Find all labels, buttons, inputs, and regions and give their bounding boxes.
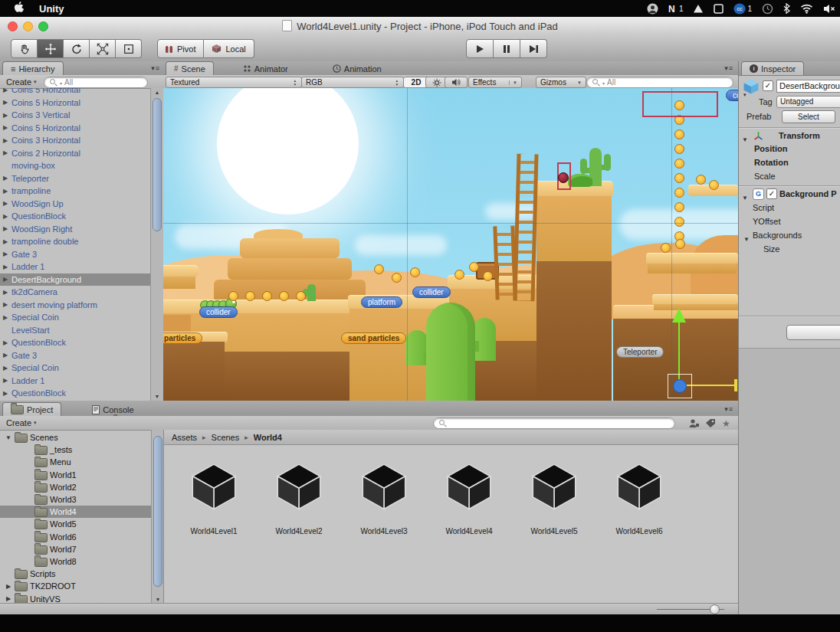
wifi-icon[interactable] xyxy=(800,3,813,14)
scroll-up-arrow[interactable]: ▲ xyxy=(151,90,163,95)
hierarchy-item[interactable]: ▶ trampoline double xyxy=(0,235,151,248)
scene-asset-item[interactable]: World4Level3 xyxy=(346,458,422,535)
hierarchy-tab[interactable]: Hierarchy xyxy=(2,61,64,75)
pivot-button[interactable]: Pivot xyxy=(157,39,204,58)
hierarchy-item[interactable]: ▶ desert moving platform xyxy=(0,299,151,312)
component-checkbox[interactable]: ✓ xyxy=(766,188,777,199)
expand-arrow-icon[interactable]: ▶ xyxy=(3,377,11,384)
hand-tool-button[interactable] xyxy=(11,39,38,58)
gizmo-origin-handle[interactable] xyxy=(673,379,687,393)
favorite-star-icon[interactable] xyxy=(722,416,730,430)
expand-arrow-icon[interactable]: ▶ xyxy=(3,289,11,296)
expand-arrow-icon[interactable]: ▶ xyxy=(3,175,11,182)
hierarchy-item[interactable]: ▶ QuestionBlock xyxy=(0,336,151,349)
expand-arrow-icon[interactable]: ▶ xyxy=(3,352,11,359)
console-tab[interactable]: Console xyxy=(84,403,141,416)
panel-menu-icon[interactable] xyxy=(724,64,733,72)
render-channels-dropdown[interactable]: RGB xyxy=(301,77,404,88)
breadcrumb-item[interactable]: Assets xyxy=(172,433,212,442)
scene-asset-item[interactable]: World4Level5 xyxy=(516,458,592,535)
expand-arrow-icon[interactable]: ▶ xyxy=(3,225,11,232)
expand-arrow-icon[interactable]: ▶ xyxy=(3,99,11,106)
project-create-button[interactable]: Create xyxy=(3,418,40,427)
scrollbar-thumb[interactable] xyxy=(153,98,162,231)
gizmos-dropdown[interactable]: Gizmos▼ xyxy=(536,77,586,88)
hierarchy-item[interactable]: ▶ Coins 3 Horizontal xyxy=(0,134,151,147)
bluetooth-icon[interactable] xyxy=(783,3,790,14)
gameobject-name-input[interactable]: DesertBackground xyxy=(776,80,840,93)
local-button[interactable]: Local xyxy=(204,39,254,58)
expand-arrow-icon[interactable]: ▶ xyxy=(3,188,11,195)
breadcrumb-item[interactable]: Scenes xyxy=(212,433,254,442)
creative-cloud-icon[interactable]: cc1 xyxy=(733,3,752,15)
hierarchy-item[interactable]: ▶ Special Coin xyxy=(0,311,151,324)
project-tree-item[interactable]: ▼ Scenes xyxy=(0,431,151,444)
project-tree-item[interactable]: ▶ TK2DROOT xyxy=(0,580,151,592)
person-status-icon[interactable] xyxy=(647,3,658,15)
expand-arrow-icon[interactable]: ▶ xyxy=(5,583,12,590)
shading-mode-dropdown[interactable]: Textured xyxy=(166,77,302,88)
scale-tool-button[interactable] xyxy=(90,39,116,58)
project-tree-item[interactable]: _tests xyxy=(0,444,151,456)
project-tree-item[interactable]: World3 xyxy=(0,493,151,506)
expand-arrow-icon[interactable]: ▶ xyxy=(3,88,11,93)
project-tree-item[interactable]: World8 xyxy=(0,555,151,568)
move-tool-button[interactable] xyxy=(38,39,64,58)
expand-arrow-icon[interactable]: ▶ xyxy=(3,213,11,220)
collider-label[interactable]: collider xyxy=(726,90,738,101)
scene-viewport[interactable]: collider platform collider collider sand… xyxy=(163,88,738,401)
project-search-input[interactable] xyxy=(433,418,675,429)
menu-app-name[interactable]: Unity xyxy=(31,3,74,15)
expand-arrow-icon[interactable]: ▶ xyxy=(3,264,11,270)
hierarchy-item[interactable]: ▶ QuestionBlock xyxy=(0,387,151,400)
hierarchy-item[interactable]: LevelStart xyxy=(0,324,151,337)
step-button[interactable] xyxy=(520,39,547,58)
project-tree-item[interactable]: Menu xyxy=(0,456,151,468)
panel-menu-icon[interactable] xyxy=(724,405,733,413)
expand-arrow-icon[interactable]: ▶ xyxy=(3,365,11,372)
expand-arrow-icon[interactable]: ▶ xyxy=(3,251,11,257)
hierarchy-item[interactable]: ▶ tk2dCamera xyxy=(0,286,151,299)
hierarchy-item[interactable]: ▶ WoodSign Right xyxy=(0,223,151,236)
expand-arrow-icon[interactable]: ▶ xyxy=(3,276,11,283)
gizmo-y-arrow-icon[interactable] xyxy=(672,308,686,323)
effects-dropdown[interactable]: Effects▼ xyxy=(468,77,522,88)
pause-button[interactable] xyxy=(494,39,520,58)
scroll-down-arrow[interactable]: ▼ xyxy=(152,597,164,602)
scene-asset-item[interactable]: World4Level4 xyxy=(431,458,507,535)
scene-search-input[interactable]: All xyxy=(586,77,733,88)
hierarchy-item[interactable]: moving-box xyxy=(0,159,151,172)
scrollbar-thumb[interactable] xyxy=(153,436,162,587)
expand-arrow-icon[interactable]: ▶ xyxy=(3,137,11,144)
teleporter-label[interactable]: Teleporter xyxy=(616,346,664,358)
hierarchy-search-input[interactable]: All xyxy=(44,77,148,88)
project-tree-item[interactable]: Scripts xyxy=(0,568,151,580)
thumbnail-slider-knob[interactable] xyxy=(710,604,720,614)
expand-arrow-icon[interactable]: ▶ xyxy=(3,301,11,308)
tab-scene[interactable]: #Scene xyxy=(166,61,214,75)
hierarchy-item[interactable]: ▶ Gate 3 xyxy=(0,349,151,362)
hierarchy-item[interactable]: ▶ Coins 5 Horizontal xyxy=(0,122,151,135)
expand-arrow-icon[interactable]: ▶ xyxy=(5,595,12,602)
tab-animator[interactable]: Animator xyxy=(235,62,296,75)
window-status-icon[interactable] xyxy=(714,4,724,14)
hierarchy-item[interactable]: ▶ Ladder 1 xyxy=(0,375,151,388)
expand-arrow-icon[interactable]: ▶ xyxy=(3,112,11,119)
active-checkbox[interactable]: ✓ xyxy=(763,80,773,91)
component-header[interactable]: Background P xyxy=(779,189,837,198)
expand-arrow-icon[interactable]: ▶ xyxy=(3,238,11,245)
hierarchy-create-button[interactable]: Create xyxy=(3,77,40,87)
audio-toggle-button[interactable] xyxy=(445,77,468,88)
project-tree-item[interactable]: ▶ UnityVS xyxy=(0,592,151,604)
hierarchy-item[interactable]: ▶ DesertBackground xyxy=(0,273,151,287)
hierarchy-item[interactable]: ▶ trampoline xyxy=(0,185,151,198)
sand-particles-label[interactable]: sand particles xyxy=(163,332,202,344)
prefab-select-button[interactable]: Select xyxy=(782,110,835,123)
collider-label[interactable]: collider xyxy=(412,287,451,298)
foldout-triangle-icon[interactable] xyxy=(742,189,748,203)
project-tree-item[interactable]: World5 xyxy=(0,518,151,530)
icon-chevron-down[interactable]: ▾ xyxy=(743,92,746,98)
rect-tool-button[interactable] xyxy=(116,39,142,58)
hierarchy-item[interactable]: ▶ Coins 3 Vertical xyxy=(0,109,151,122)
inspector-tab[interactable]: i Inspector xyxy=(741,61,804,75)
